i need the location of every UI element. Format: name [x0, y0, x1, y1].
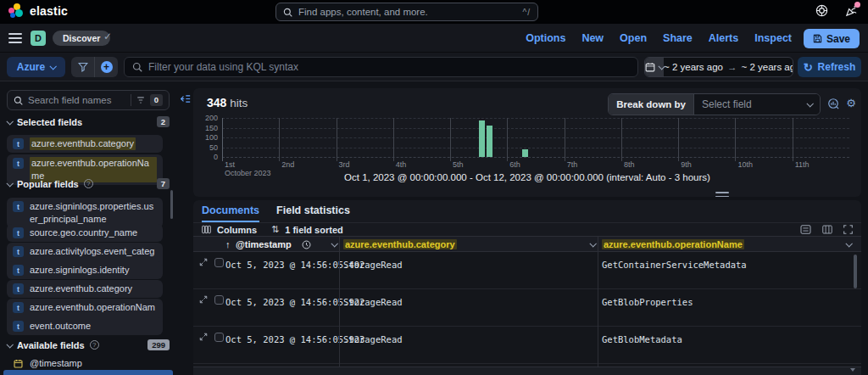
day-gridline — [735, 118, 736, 161]
field-item-popular-4[interactable]: t azure.eventhub.category — [7, 280, 163, 298]
cell-category: StorageRead — [343, 260, 403, 270]
new-link[interactable]: New — [581, 32, 604, 44]
section-title: Available fields — [17, 340, 85, 350]
breakdown-select[interactable]: Select field — [694, 94, 820, 115]
field-item-selected-0[interactable]: t azure.eventhub.category — [7, 135, 163, 153]
announcements-icon[interactable] — [845, 4, 858, 17]
expand-row-icon[interactable] — [199, 258, 208, 266]
share-link[interactable]: Share — [663, 32, 693, 44]
field-filter-icon[interactable] — [136, 96, 145, 104]
discover-app-badge[interactable]: D — [31, 31, 46, 46]
search-shortcut-hint: ^/ — [523, 8, 531, 17]
column-header-operation-name[interactable]: azure.eventhub.operationName — [602, 239, 744, 249]
date-from[interactable]: ~ 2 years ago — [664, 62, 723, 72]
x-axis-tick: 9th — [678, 160, 692, 169]
breadcrumb[interactable]: Discover — [53, 31, 110, 46]
x-axis-tick: 6th — [507, 160, 520, 169]
panel-resize-handle[interactable] — [715, 192, 729, 197]
histogram-bar[interactable] — [479, 120, 485, 157]
column-header-category[interactable]: azure.eventhub.category — [343, 239, 457, 249]
open-link[interactable]: Open — [620, 32, 647, 44]
chevron-down-icon — [6, 341, 13, 348]
edit-visualization-icon[interactable] — [827, 98, 839, 109]
global-search-bar[interactable]: ^/ — [275, 3, 538, 21]
section-selected-fields[interactable]: Selected fields 2 — [7, 115, 170, 128]
field-item-popular-6[interactable]: t event.outcome — [7, 317, 163, 335]
column-menu-icon[interactable] — [331, 240, 337, 247]
data-view-picker[interactable]: Azure — [7, 57, 65, 77]
sidebar-scrollbar[interactable] — [170, 190, 173, 219]
search-icon — [14, 96, 23, 105]
expand-row-icon[interactable] — [199, 333, 208, 341]
x-axis-tick: 5th — [450, 160, 464, 169]
text-type-icon: t — [13, 321, 24, 332]
histogram-bar[interactable] — [522, 149, 528, 157]
help-icon[interactable] — [815, 4, 828, 17]
field-name: azure.signinlogs.properties.user_princip… — [30, 200, 157, 226]
column-menu-icon[interactable] — [589, 240, 596, 247]
date-to[interactable]: ~ 2 years ago — [742, 62, 793, 72]
day-gridline — [279, 118, 280, 161]
add-filter-button[interactable]: + — [94, 57, 118, 77]
table-row[interactable]: Oct 5, 2023 @ 14:56:05.922 StorageRead G… — [193, 289, 861, 327]
kql-query-bar[interactable] — [124, 57, 638, 77]
fullscreen-icon[interactable] — [843, 225, 853, 234]
x-axis-tick: 3rd — [337, 160, 350, 169]
expand-row-icon[interactable] — [199, 295, 208, 304]
options-link[interactable]: Options — [526, 32, 565, 44]
documents-panel: Documents Field statistics Columns ⇅ 1 f… — [193, 200, 861, 375]
chevron-down-icon — [806, 100, 813, 107]
inspect-link[interactable]: Inspect — [754, 32, 792, 44]
info-icon: ? — [84, 179, 93, 188]
columns-button[interactable]: Columns — [217, 225, 257, 235]
x-axis-tick: 4th — [393, 160, 407, 169]
grid-footer — [193, 367, 861, 375]
section-available-fields[interactable]: Available fields ? 299 — [7, 339, 170, 351]
global-search-input[interactable] — [298, 7, 517, 17]
refresh-icon: ↻ — [804, 61, 813, 74]
column-menu-icon[interactable] — [845, 240, 852, 247]
grid-scrollbar[interactable] — [854, 255, 857, 288]
date-range-picker: ~ 2 years ago → ~ 2 years ago — [644, 57, 793, 77]
row-height-icon[interactable] — [822, 225, 832, 234]
sorted-fields-button[interactable]: 1 field sorted — [285, 225, 342, 235]
row-checkbox[interactable] — [214, 333, 224, 342]
y-axis-tick: 100 — [205, 133, 218, 142]
row-checkbox[interactable] — [214, 295, 224, 305]
tab-documents[interactable]: Documents — [202, 204, 259, 222]
calendar-button[interactable] — [645, 58, 664, 76]
cell-category: StorageRead — [343, 297, 403, 307]
day-gridline — [337, 118, 337, 161]
menu-icon[interactable] — [8, 33, 22, 43]
field-name: event.outcome — [30, 320, 91, 333]
x-axis-tick: 11th — [793, 160, 810, 169]
table-row[interactable]: Oct 5, 2023 @ 14:56:05.492 StorageRead G… — [193, 252, 861, 289]
top-menu: Options New Open Share Alerts Inspect — [526, 24, 792, 53]
column-header-timestamp[interactable]: @timestamp — [236, 239, 292, 249]
row-checkbox[interactable] — [214, 258, 224, 267]
field-search-box[interactable]: 0 — [7, 90, 170, 110]
field-search-input[interactable] — [28, 95, 125, 105]
collapse-sidebar-icon[interactable] — [180, 93, 191, 104]
filter-icon[interactable] — [71, 57, 94, 77]
kql-query-input[interactable] — [148, 61, 630, 73]
scroll-down-icon[interactable] — [850, 368, 855, 372]
tab-field-statistics[interactable]: Field statistics — [276, 204, 350, 222]
field-item-popular-1[interactable]: t source.geo.country_name — [7, 224, 163, 242]
focused-field-row[interactable] — [3, 370, 173, 375]
divider — [598, 237, 598, 253]
gear-icon[interactable]: ⚙ — [846, 98, 856, 109]
refresh-button[interactable]: ↻ Refresh — [798, 57, 861, 77]
elastic-logo[interactable]: elastic — [8, 3, 68, 19]
divider — [131, 94, 131, 106]
histogram-chart[interactable]: 200 150 100 50 0 1st 2nd 3rd 4th 5th 6th… — [222, 118, 849, 157]
histogram-bar[interactable] — [487, 126, 492, 157]
alerts-link[interactable]: Alerts — [709, 32, 738, 44]
logo-text: elastic — [30, 4, 68, 18]
save-button[interactable]: Save — [804, 29, 860, 48]
field-item-popular-3[interactable]: t azure.signinlogs.identity — [7, 261, 163, 279]
section-popular-fields[interactable]: Popular fields ? 7 — [7, 177, 170, 190]
table-row[interactable]: Oct 5, 2023 @ 14:56:05.923 StorageRead G… — [193, 327, 861, 364]
display-density-icon[interactable] — [800, 225, 811, 234]
x-axis-tick: 1st — [222, 160, 235, 169]
